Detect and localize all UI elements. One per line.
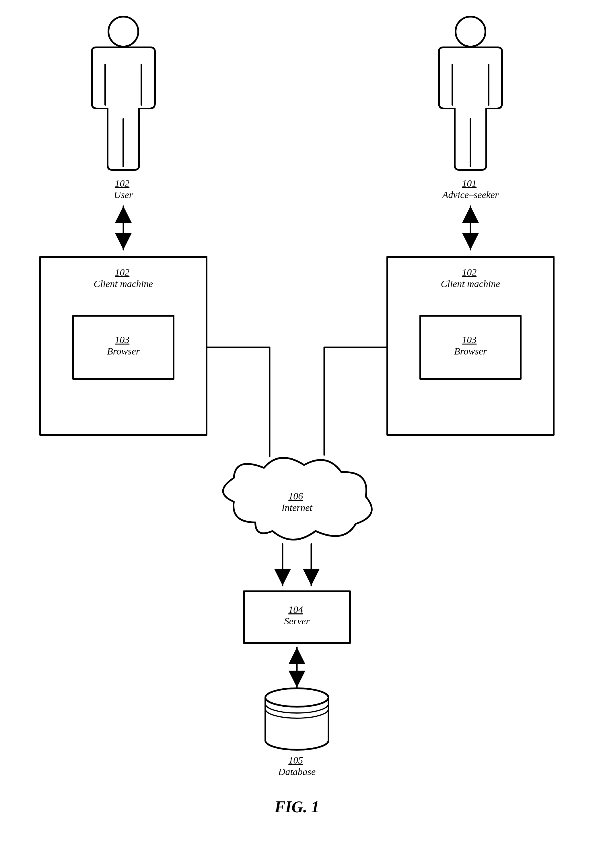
- client-machine-left: 102 Client machine 103 Browser: [40, 257, 206, 435]
- browser-left: 103 Browser: [73, 316, 173, 379]
- svg-text:106
    Internet: 106 Internet: [281, 491, 313, 513]
- edge-client-right-internet: [324, 347, 387, 455]
- diagram: 102 User 101 Advice–seeker 102 Client ma…: [0, 0, 599, 868]
- svg-text:102
    Client machine: 102 Client machine: [441, 267, 500, 289]
- svg-text:102
    Client machine: 102 Client machine: [94, 267, 153, 289]
- advice-seeker-label: 101 Advice–seeker: [442, 178, 499, 200]
- svg-text:103
      Browser: 103 Browser: [454, 335, 487, 357]
- svg-text:105
    Database: 105 Database: [278, 755, 316, 777]
- user-label: 102 User: [114, 178, 133, 200]
- figure-caption: FIG. 1: [274, 798, 319, 816]
- client-machine-right: 102 Client machine 103 Browser: [387, 257, 554, 435]
- advice-seeker-icon: [439, 17, 502, 170]
- edge-client-left-internet: [206, 347, 270, 457]
- database-cylinder: 105 Database: [265, 688, 328, 777]
- internet-cloud: 106 Internet: [223, 458, 372, 539]
- svg-text:104
    Server: 104 Server: [284, 604, 310, 626]
- user-icon: [92, 17, 155, 170]
- browser-right: 103 Browser: [420, 316, 521, 379]
- server-box: 104 Server: [244, 591, 350, 643]
- svg-text:103
      Browser: 103 Browser: [107, 335, 140, 357]
